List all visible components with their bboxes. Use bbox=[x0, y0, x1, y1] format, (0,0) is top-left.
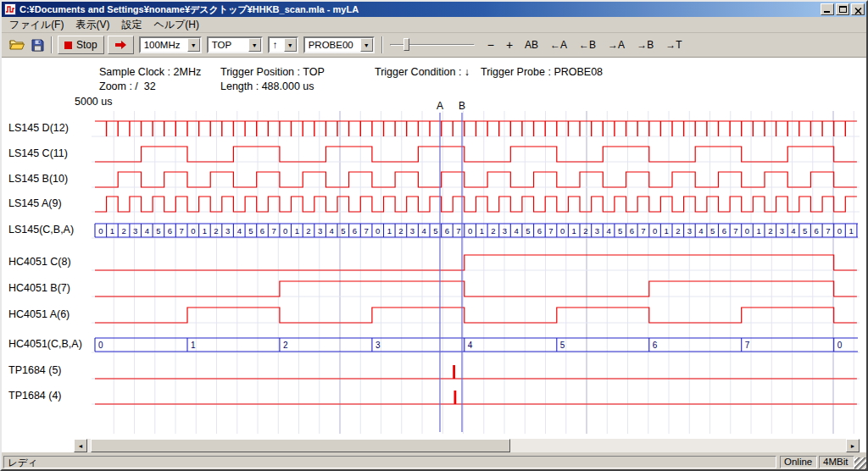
svg-text:7: 7 bbox=[456, 226, 460, 236]
svg-text:6: 6 bbox=[353, 226, 357, 236]
zoom-in-button[interactable]: + bbox=[500, 36, 519, 53]
stop-icon bbox=[64, 42, 72, 49]
toolbar-separator bbox=[51, 36, 53, 53]
close-button[interactable] bbox=[851, 3, 865, 15]
svg-text:5: 5 bbox=[618, 226, 622, 236]
menu-settings[interactable]: 設定 bbox=[115, 16, 147, 34]
toolbar-separator bbox=[381, 36, 383, 53]
svg-text:3: 3 bbox=[687, 226, 692, 236]
save-floppy-icon bbox=[31, 39, 44, 52]
goto-a-prev-button[interactable]: ←A bbox=[544, 36, 573, 53]
run-button[interactable] bbox=[108, 36, 134, 54]
menu-help[interactable]: ヘルプ(H) bbox=[147, 16, 205, 34]
svg-text:0: 0 bbox=[653, 226, 657, 236]
goto-b-next-button[interactable]: →B bbox=[631, 36, 659, 53]
svg-text:1: 1 bbox=[849, 226, 853, 236]
wave-area[interactable]: 0123456701234567012345670123456701234567… bbox=[2, 58, 866, 439]
svg-text:0: 0 bbox=[468, 226, 472, 236]
menu-view[interactable]: 表示(V) bbox=[70, 16, 115, 34]
status-online: Online bbox=[780, 456, 817, 468]
stop-button[interactable]: Stop bbox=[58, 36, 104, 54]
svg-text:0: 0 bbox=[560, 226, 565, 236]
svg-text:0: 0 bbox=[191, 226, 195, 236]
svg-text:0: 0 bbox=[376, 226, 380, 236]
scroll-thumb[interactable] bbox=[91, 439, 510, 452]
trigger-position-select[interactable]: TOP ▼ bbox=[207, 36, 263, 53]
trigger-edge-value: ↑ bbox=[270, 40, 284, 50]
svg-text:2: 2 bbox=[398, 226, 403, 236]
run-arrow-icon bbox=[114, 40, 127, 50]
svg-text:5: 5 bbox=[248, 226, 253, 236]
svg-text:0: 0 bbox=[837, 226, 842, 236]
status-ready: レディ bbox=[3, 456, 776, 468]
svg-text:2: 2 bbox=[214, 226, 218, 236]
minimize-icon bbox=[824, 11, 830, 13]
svg-text:2: 2 bbox=[768, 226, 772, 236]
chevron-down-icon[interactable]: ▼ bbox=[360, 38, 373, 52]
menu-file[interactable]: ファイル(F) bbox=[3, 16, 70, 34]
svg-text:2: 2 bbox=[283, 341, 288, 350]
maximize-button[interactable] bbox=[836, 3, 849, 15]
svg-text:5: 5 bbox=[526, 226, 530, 236]
chevron-down-icon[interactable]: ▼ bbox=[187, 38, 200, 52]
svg-text:5: 5 bbox=[710, 226, 715, 236]
trigger-probe-value: PROBE00 bbox=[305, 40, 360, 50]
svg-text:1: 1 bbox=[191, 341, 196, 350]
titlebar[interactable]: C:¥Documents and Settings¥noname¥デスクトップ¥… bbox=[2, 2, 866, 17]
goto-a-next-button[interactable]: →A bbox=[602, 36, 631, 53]
zoom-slider-thumb[interactable] bbox=[403, 38, 409, 51]
svg-text:6: 6 bbox=[653, 341, 658, 350]
chevron-down-icon[interactable]: ▼ bbox=[248, 38, 261, 52]
svg-text:6: 6 bbox=[722, 226, 726, 236]
sample-clock-select[interactable]: 100MHz ▼ bbox=[139, 36, 202, 53]
svg-text:7: 7 bbox=[548, 226, 553, 236]
svg-text:0: 0 bbox=[98, 341, 103, 350]
svg-text:7: 7 bbox=[641, 226, 645, 236]
svg-text:0: 0 bbox=[98, 226, 103, 236]
svg-text:4: 4 bbox=[237, 226, 242, 236]
svg-text:7: 7 bbox=[826, 226, 830, 236]
scroll-left-button[interactable]: ◄ bbox=[74, 439, 87, 452]
chevron-down-icon[interactable]: ▼ bbox=[284, 38, 297, 52]
open-file-button[interactable] bbox=[6, 36, 28, 54]
scroll-track[interactable] bbox=[87, 439, 846, 452]
svg-text:5: 5 bbox=[560, 341, 565, 350]
bottom-strip: ◄ ► bbox=[2, 439, 866, 452]
goto-trigger-button[interactable]: →T bbox=[659, 36, 687, 53]
svg-text:1: 1 bbox=[110, 226, 114, 236]
minimize-button[interactable] bbox=[821, 3, 834, 15]
svg-text:1: 1 bbox=[756, 226, 760, 236]
svg-text:1: 1 bbox=[572, 226, 576, 236]
trigger-probe-select[interactable]: PROBE00 ▼ bbox=[303, 36, 375, 53]
cursor-label-b: B bbox=[459, 100, 465, 112]
svg-text:0: 0 bbox=[283, 226, 287, 236]
app-icon bbox=[4, 3, 16, 15]
statusbar: レディ Online 4MBit bbox=[2, 454, 866, 469]
svg-text:4: 4 bbox=[422, 226, 426, 236]
svg-text:2: 2 bbox=[121, 226, 125, 236]
svg-text:4: 4 bbox=[468, 341, 473, 350]
svg-text:7: 7 bbox=[733, 226, 737, 236]
svg-text:2: 2 bbox=[676, 226, 680, 236]
svg-text:6: 6 bbox=[260, 226, 264, 236]
zoom-slider[interactable] bbox=[390, 36, 475, 53]
svg-text:3: 3 bbox=[595, 226, 599, 236]
svg-text:1: 1 bbox=[387, 226, 392, 236]
zoom-out-button[interactable]: − bbox=[481, 36, 500, 53]
svg-text:1: 1 bbox=[480, 226, 484, 236]
scroll-right-button[interactable]: ► bbox=[846, 439, 860, 452]
cursor-ab-button[interactable]: AB bbox=[519, 36, 544, 53]
svg-text:3: 3 bbox=[376, 341, 381, 350]
horizontal-scrollbar[interactable]: ◄ ► bbox=[74, 439, 860, 452]
svg-text:0: 0 bbox=[745, 226, 749, 236]
save-button[interactable] bbox=[28, 36, 47, 54]
svg-text:3: 3 bbox=[410, 226, 415, 236]
status-memory: 4MBit bbox=[819, 456, 854, 468]
waveform-display[interactable]: 0123456701234567012345670123456701234567… bbox=[2, 58, 866, 439]
resize-grip[interactable] bbox=[854, 457, 866, 469]
app-window: C:¥Documents and Settings¥noname¥デスクトップ¥… bbox=[0, 0, 868, 471]
trigger-edge-select[interactable]: ↑ ▼ bbox=[268, 36, 298, 53]
goto-b-prev-button[interactable]: ←B bbox=[573, 36, 602, 53]
svg-text:7: 7 bbox=[271, 226, 275, 236]
open-folder-icon bbox=[9, 39, 25, 51]
